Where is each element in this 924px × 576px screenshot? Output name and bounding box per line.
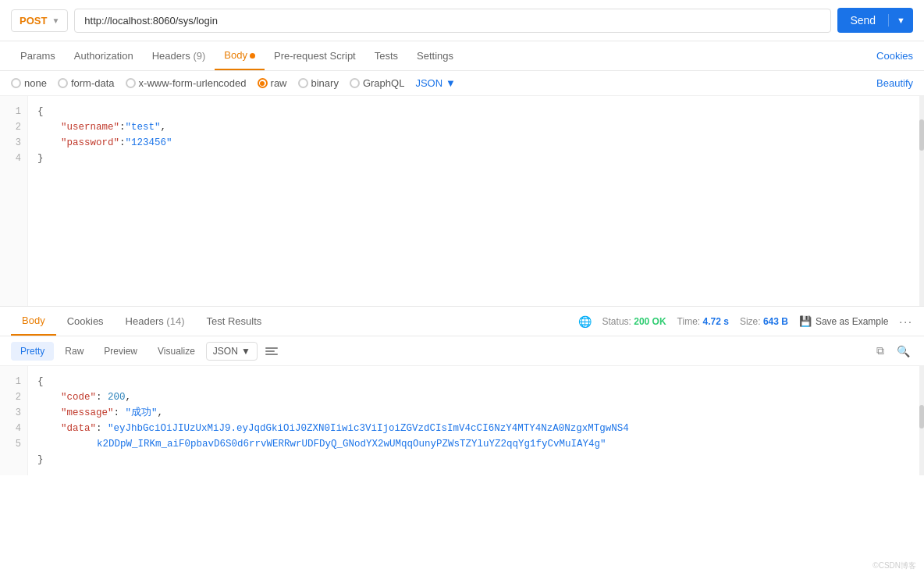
resp-line-numbers: 1 2 3 4 5 bbox=[0, 366, 28, 475]
tab-settings[interactable]: Settings bbox=[407, 42, 463, 69]
fmt-tab-visualize[interactable]: Visualize bbox=[148, 342, 204, 361]
line-num-3: 3 bbox=[6, 135, 21, 151]
format-tabs: Pretty Raw Preview Visualize JSON ▼ bbox=[11, 342, 278, 361]
size-value: 643 B bbox=[763, 316, 788, 327]
line-num-2: 2 bbox=[6, 119, 21, 135]
fmt-tab-raw[interactable]: Raw bbox=[55, 342, 93, 361]
resp-code-line-4b: k2DDpW_IRKm_aiF0pbavD6S0d6rrvWERRwrUDFDy… bbox=[37, 436, 915, 452]
radio-form-data-circle bbox=[58, 78, 68, 88]
radio-binary[interactable]: binary bbox=[298, 77, 339, 89]
body-dot bbox=[250, 53, 255, 59]
radio-binary-label: binary bbox=[311, 77, 339, 89]
json-format-chevron-icon: ▼ bbox=[446, 77, 456, 89]
radio-graphql-label: GraphQL bbox=[363, 77, 404, 89]
beautify-button[interactable]: Beautify bbox=[876, 77, 913, 89]
cookies-link[interactable]: Cookies bbox=[876, 42, 913, 69]
resp-line-num-5: 5 bbox=[6, 436, 21, 452]
save-icon: 💾 bbox=[799, 315, 812, 327]
tabs-left: Params Authorization Headers (9) Body Pr… bbox=[11, 41, 463, 70]
resp-code-line-4: "data": "eyJhbGciOiJIUzUxMiJ9.eyJqdGkiOi… bbox=[37, 421, 915, 436]
code-line-4: } bbox=[37, 151, 915, 166]
json-format-selector[interactable]: JSON ▼ bbox=[415, 77, 456, 89]
radio-form-data-label: form-data bbox=[71, 77, 115, 89]
response-format-selector[interactable]: JSON ▼ bbox=[206, 342, 258, 361]
radio-none[interactable]: none bbox=[11, 77, 47, 89]
resp-code-line-5: } bbox=[37, 452, 915, 468]
resp-tab-headers[interactable]: Headers (14) bbox=[115, 308, 196, 335]
radio-graphql[interactable]: GraphQL bbox=[350, 77, 404, 89]
response-body-area: 1 2 3 4 5 { "code": 200, "message": "成功"… bbox=[0, 366, 924, 475]
response-meta: 🌐 Status: 200 OK Time: 4.72 s Size: 643 … bbox=[578, 315, 913, 328]
resp-format-chevron-icon: ▼ bbox=[241, 346, 251, 357]
resp-format-label: JSON bbox=[213, 346, 238, 357]
watermark: ©CSDN博客 bbox=[872, 560, 916, 571]
method-select[interactable]: POST ▼ bbox=[11, 9, 68, 32]
resp-line-num-4: 4 bbox=[6, 421, 21, 436]
radio-raw[interactable]: raw bbox=[258, 77, 287, 89]
response-scrollbar[interactable] bbox=[919, 366, 924, 475]
send-label: Send bbox=[837, 14, 889, 27]
tab-pre-request[interactable]: Pre-request Script bbox=[265, 42, 365, 69]
tab-params[interactable]: Params bbox=[11, 42, 65, 69]
request-body-editor: 1 2 3 4 { "username":"test", "password":… bbox=[0, 96, 924, 307]
code-content[interactable]: { "username":"test", "password":"123456"… bbox=[28, 96, 924, 306]
resp-tab-cookies[interactable]: Cookies bbox=[56, 308, 115, 335]
response-tabs-left: Body Cookies Headers (14) Test Results bbox=[11, 307, 272, 336]
resp-code-line-3: "message": "成功", bbox=[37, 405, 915, 421]
line-num-1: 1 bbox=[6, 104, 21, 119]
resp-code-line-1: { bbox=[37, 374, 915, 389]
copy-icon[interactable]: ⧉ bbox=[873, 341, 887, 361]
save-example-label: Save as Example bbox=[816, 316, 888, 327]
method-label: POST bbox=[20, 15, 47, 27]
body-type-bar: none form-data x-www-form-urlencoded raw… bbox=[0, 71, 924, 96]
globe-icon: 🌐 bbox=[578, 315, 592, 328]
radio-urlencoded-label: x-www-form-urlencoded bbox=[139, 77, 247, 89]
tab-tests[interactable]: Tests bbox=[365, 42, 407, 69]
tab-headers[interactable]: Headers (9) bbox=[143, 42, 215, 69]
radio-raw-circle bbox=[258, 78, 268, 88]
time-value: 4.72 s bbox=[703, 316, 729, 327]
send-arrow-icon[interactable]: ▼ bbox=[889, 16, 913, 25]
body-types-left: none form-data x-www-form-urlencoded raw… bbox=[11, 77, 456, 89]
radio-raw-label: raw bbox=[271, 77, 287, 89]
format-bar-right: ⧉ 🔍 bbox=[873, 341, 913, 361]
radio-form-data[interactable]: form-data bbox=[58, 77, 115, 89]
radio-urlencoded[interactable]: x-www-form-urlencoded bbox=[126, 77, 247, 89]
status-label: Status: 200 OK bbox=[602, 316, 666, 327]
line-num-4: 4 bbox=[6, 151, 21, 166]
resp-tab-test-results[interactable]: Test Results bbox=[195, 308, 272, 335]
radio-graphql-circle bbox=[350, 78, 360, 88]
tab-body[interactable]: Body bbox=[215, 41, 265, 70]
size-label: Size: 643 B bbox=[740, 316, 788, 327]
response-scrollbar-thumb bbox=[919, 405, 924, 428]
resp-line-num-1: 1 bbox=[6, 374, 21, 389]
save-example-button[interactable]: 💾 Save as Example bbox=[799, 315, 888, 327]
fmt-tab-pretty[interactable]: Pretty bbox=[11, 342, 54, 361]
resp-tab-body[interactable]: Body bbox=[11, 307, 56, 336]
resp-code-content[interactable]: { "code": 200, "message": "成功", "data": … bbox=[28, 366, 924, 475]
status-value: 200 OK bbox=[634, 316, 666, 327]
search-icon[interactable]: 🔍 bbox=[894, 342, 913, 361]
more-button[interactable]: ··· bbox=[899, 315, 913, 328]
wrap-text-icon[interactable] bbox=[265, 347, 278, 355]
url-input[interactable] bbox=[74, 9, 831, 33]
tab-authorization[interactable]: Authorization bbox=[65, 42, 143, 69]
request-tabs: Params Authorization Headers (9) Body Pr… bbox=[0, 41, 924, 71]
method-chevron-icon: ▼ bbox=[52, 16, 59, 25]
line-numbers: 1 2 3 4 bbox=[0, 96, 28, 306]
json-format-label: JSON bbox=[415, 77, 442, 89]
send-button[interactable]: Send ▼ bbox=[837, 8, 913, 33]
editor-scrollbar[interactable] bbox=[919, 96, 924, 306]
resp-line-num-2: 2 bbox=[6, 389, 21, 405]
radio-urlencoded-circle bbox=[126, 78, 136, 88]
resp-code-line-2: "code": 200, bbox=[37, 389, 915, 405]
editor-scrollbar-thumb bbox=[919, 119, 924, 151]
code-line-2: "username":"test", bbox=[37, 119, 915, 135]
radio-binary-circle bbox=[298, 78, 308, 88]
url-bar: POST ▼ Send ▼ bbox=[0, 0, 924, 41]
fmt-tab-preview[interactable]: Preview bbox=[94, 342, 147, 361]
code-line-1: { bbox=[37, 104, 915, 119]
resp-line-num-3: 3 bbox=[6, 405, 21, 421]
radio-none-circle bbox=[11, 78, 21, 88]
time-label: Time: 4.72 s bbox=[677, 316, 729, 327]
